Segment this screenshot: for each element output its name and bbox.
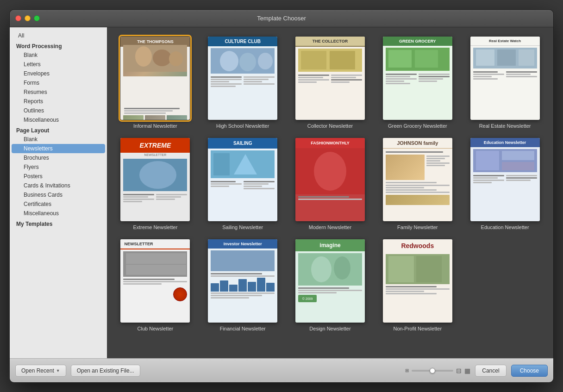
template-thumb-highschool[interactable]: CULTURE CLUB (208, 37, 277, 120)
open-recent-button[interactable]: Open Recent ▼ (15, 365, 66, 377)
template-label-modern: Modern Newsletter (309, 224, 351, 230)
template-thumb-nonprofit[interactable]: Redwoods (383, 239, 452, 323)
template-thumb-extreme[interactable]: EXTREME NEWSLETTER (120, 138, 190, 221)
svg-rect-16 (497, 50, 516, 66)
club-header-text: NEWSLETTER (120, 239, 190, 249)
template-label-extreme: Extreme Newsletter (133, 224, 177, 230)
template-design[interactable]: imagine (291, 239, 369, 331)
sidebar-item-envelopes[interactable]: Envelopes (12, 69, 105, 78)
svg-point-3 (169, 51, 183, 66)
open-existing-button[interactable]: Open an Existing File... (71, 365, 140, 377)
sidebar-item-outlines[interactable]: Outlines (12, 106, 105, 115)
template-label-informal: Informal Newsletter (133, 123, 177, 129)
templates-grid: THE THOMPSONS (116, 37, 544, 331)
grocery-text-cols (383, 73, 452, 85)
template-thumb-club[interactable]: NEWSLETTER (120, 239, 190, 323)
template-thumb-informal[interactable]: THE THOMPSONS (120, 37, 190, 120)
template-label-nonprofit: Non-Profit Newsletter (394, 326, 442, 331)
sidebar-item-letters[interactable]: Letters (12, 60, 105, 69)
sidebar-item-blank-wp[interactable]: Blank (12, 50, 105, 60)
template-nonprofit[interactable]: Redwoods (378, 239, 457, 331)
template-club[interactable]: NEWSLETTER (116, 239, 194, 331)
svg-point-6 (239, 53, 256, 71)
grocery-main-image (386, 48, 450, 71)
collector-header-text: THE COLLECTOR (295, 37, 365, 47)
template-thumb-grocery[interactable]: GREEN GROCERY (383, 37, 452, 120)
main-content: THE THOMPSONS (107, 27, 553, 358)
template-modern[interactable]: FASHIONMONTHLY Modern Newsletter (291, 138, 369, 230)
template-sailing[interactable]: SAILING (204, 138, 282, 230)
family-header-text: JOHNSON family (383, 138, 452, 149)
template-label-family: Family Newsletter (397, 224, 438, 230)
choose-button[interactable]: Choose (511, 365, 548, 377)
template-thumb-modern[interactable]: FASHIONMONTHLY (295, 138, 365, 221)
highschool-text-cols (208, 75, 277, 88)
informal-small-images (120, 115, 190, 120)
nonprofit-main-image (386, 254, 450, 284)
template-thumb-realestate[interactable]: Real Estate Watch (470, 37, 540, 120)
sidebar-item-misc-pl[interactable]: Miscellaneous (12, 209, 105, 218)
template-label-realestate: Real Estate Newsletter (479, 123, 531, 129)
zoom-slider[interactable] (412, 370, 453, 372)
sidebar: All Word Processing Blank Letters Envelo… (10, 27, 107, 358)
zoom-grid-icon[interactable]: ▦ (464, 367, 470, 374)
design-main-image (298, 253, 362, 286)
cancel-button[interactable]: Cancel (475, 365, 506, 377)
highschool-header-text: CULTURE CLUB (208, 37, 277, 46)
template-extreme[interactable]: EXTREME NEWSLETTER (116, 138, 194, 230)
svg-point-2 (153, 50, 171, 66)
template-thumb-family[interactable]: JOHNSON family (383, 138, 452, 221)
extreme-header-text: EXTREME (120, 138, 190, 153)
sidebar-item-all[interactable]: All (12, 31, 105, 40)
informal-main-image (123, 49, 187, 76)
window-title: Template Chooser (257, 15, 306, 22)
svg-rect-27 (502, 151, 534, 160)
sidebar-item-business-cards[interactable]: Business Cards (12, 190, 105, 199)
sidebar-item-certificates[interactable]: Certificates (12, 199, 105, 209)
sidebar-item-resumes[interactable]: Resumes (12, 87, 105, 97)
sidebar-item-forms[interactable]: Forms (12, 78, 105, 87)
template-education[interactable]: Education Newsletter (466, 138, 544, 230)
sidebar-item-brochures[interactable]: Brochures (12, 153, 105, 162)
sidebar-item-blank-pl[interactable]: Blank (12, 135, 105, 144)
sidebar-item-misc-wp[interactable]: Miscellaneous (12, 115, 105, 124)
template-thumb-financial[interactable]: Investor Newsletter (208, 239, 277, 323)
club-main-image (123, 251, 187, 277)
template-thumb-design[interactable]: imagine (295, 239, 365, 323)
template-label-grocery: Green Grocery Newsletter (388, 123, 447, 129)
zoom-control: ⊞ ⊟ ▦ (405, 367, 470, 374)
sidebar-category-word-processing: Word Processing (10, 40, 107, 50)
collector-text-cols (295, 74, 365, 84)
template-informal[interactable]: THE THOMPSONS (116, 37, 194, 129)
extreme-text-cols (120, 193, 190, 203)
financial-main-image (211, 250, 275, 271)
template-thumb-collector[interactable]: THE COLLECTOR (295, 37, 365, 120)
minimize-button[interactable] (25, 15, 31, 21)
open-recent-label: Open Recent (21, 367, 54, 374)
template-family[interactable]: JOHNSON family (378, 138, 457, 230)
zoom-in-icon[interactable]: ⊟ (456, 367, 462, 374)
sidebar-item-newsletters[interactable]: Newsletters (12, 144, 105, 153)
template-thumb-sailing[interactable]: SAILING (208, 138, 277, 221)
template-thumb-education[interactable]: Education Newsletter (470, 138, 540, 221)
svg-rect-28 (502, 162, 534, 170)
svg-point-24 (314, 152, 346, 191)
template-financial[interactable]: Investor Newsletter (204, 239, 282, 331)
sidebar-item-reports[interactable]: Reports (12, 97, 105, 106)
maximize-button[interactable] (34, 15, 40, 21)
sidebar-item-cards-invitations[interactable]: Cards & Invitations (12, 181, 105, 190)
close-button[interactable] (15, 15, 21, 21)
template-grocery[interactable]: GREEN GROCERY (378, 37, 457, 129)
toolbar: Open Recent ▼ Open an Existing File... ⊞… (10, 358, 553, 382)
svg-point-5 (220, 51, 238, 71)
template-label-design: Design Newsletter (309, 326, 350, 331)
template-realestate[interactable]: Real Estate Watch (466, 37, 544, 129)
sidebar-item-posters[interactable]: Posters (12, 172, 105, 181)
sidebar-item-flyers[interactable]: Flyers (12, 162, 105, 172)
zoom-out-icon[interactable]: ⊞ (405, 368, 409, 373)
template-collector[interactable]: THE COLLECTOR (291, 37, 369, 129)
template-highschool[interactable]: CULTURE CLUB (204, 37, 282, 129)
realestate-main-image (473, 48, 537, 68)
sidebar-category-page-layout: Page Layout (10, 124, 107, 135)
svg-point-7 (258, 53, 273, 69)
